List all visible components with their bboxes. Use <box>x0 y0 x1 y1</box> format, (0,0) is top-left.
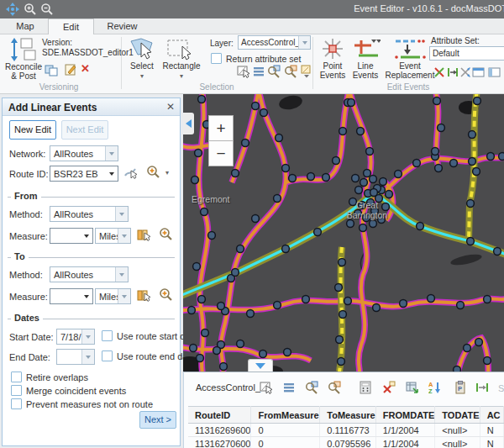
chevron-down-icon <box>81 329 94 344</box>
layer-label: Layer: <box>210 39 234 48</box>
split-event-icon[interactable] <box>433 66 445 78</box>
cell: <null> <box>435 424 480 437</box>
start-date-label: Start Date: <box>9 332 54 342</box>
ribbon-tabstrip: Map Edit Review <box>0 18 504 34</box>
retire-overlaps-label: Retire overlaps <box>26 372 88 382</box>
table-pan-to-selection-icon[interactable] <box>328 381 341 394</box>
cell: 1/1/2004 <box>375 424 435 437</box>
attribute-table-panel: AccessControl_A AZ P S <box>183 372 504 448</box>
zoom-in-icon[interactable] <box>24 3 37 16</box>
cell: N <box>480 437 503 448</box>
new-edit-button[interactable]: New Edit <box>9 120 56 140</box>
paste-icon[interactable]: P <box>454 381 467 394</box>
events-window-icon[interactable] <box>488 66 501 78</box>
merge-coincident-events-checkbox[interactable] <box>11 385 22 396</box>
retire-overlaps-checkbox[interactable] <box>11 372 22 382</box>
delete-version-icon[interactable]: ✕ <box>81 62 90 75</box>
col-routeid[interactable]: RouteID <box>188 407 251 424</box>
chevron-down-icon[interactable]: ▾ <box>163 169 171 177</box>
map-zoom-out-button[interactable]: − <box>208 140 234 166</box>
attribute-set-select[interactable]: Default <box>429 46 504 61</box>
from-unit-select[interactable]: Miles <box>95 228 131 244</box>
route-id-select[interactable]: BSR23 EB <box>50 166 118 182</box>
to-measure-on-map-icon[interactable] <box>137 288 151 303</box>
zoom-out-icon[interactable] <box>40 3 54 16</box>
window-title: Event Editor - v10.6.1 - docMassDOT <box>354 3 504 13</box>
pan-icon[interactable] <box>6 3 19 16</box>
return-attribute-set-checkbox[interactable] <box>211 53 222 64</box>
table-select-by-shape-icon[interactable] <box>260 381 273 394</box>
col-fromdate[interactable]: FROMDATE <box>375 407 435 424</box>
select-by-shape-icon[interactable] <box>237 65 250 78</box>
cell: 0 <box>251 424 320 437</box>
from-method-select[interactable]: AllRoutes <box>50 206 129 222</box>
col-tomeasure[interactable]: ToMeasure <box>320 407 376 424</box>
merge-event-icon[interactable] <box>459 66 471 78</box>
table-layer-name: AccessControl_A <box>196 382 266 393</box>
table-row[interactable]: 11316270600 0 0.0795596 1/1/2004 <null> … <box>188 437 504 448</box>
chevron-down-icon <box>80 289 92 303</box>
end-date-input[interactable] <box>56 349 95 365</box>
col-frommeasure[interactable]: FromMeasure <box>251 407 320 424</box>
save-button[interactable]: S <box>498 383 504 393</box>
from-measure-on-map-icon[interactable] <box>137 228 151 242</box>
table-show-selected-icon[interactable] <box>282 381 296 394</box>
export-table-icon[interactable] <box>406 381 419 394</box>
measure-range-icon[interactable] <box>475 381 489 394</box>
map-zoom-control: + − <box>208 115 234 166</box>
select-route-on-map-icon[interactable] <box>123 166 138 180</box>
versions-icon[interactable] <box>45 63 58 76</box>
svg-text:Z: Z <box>428 387 433 394</box>
col-todate[interactable]: TODATE <box>435 407 480 424</box>
group-divider <box>312 37 313 89</box>
field-calculator-icon[interactable] <box>359 381 372 394</box>
tab-map[interactable]: Map <box>7 18 44 34</box>
extend-event-icon[interactable] <box>447 66 459 78</box>
map-viewport[interactable]: + − Egremont Great Barrington <box>183 94 504 372</box>
event-editor-window: Event Editor - v10.6.1 - docMassDOT Map … <box>0 0 504 448</box>
to-fieldset-line <box>8 257 175 258</box>
selection-list-icon[interactable] <box>252 65 265 78</box>
collapse-panel-tab[interactable] <box>183 113 194 134</box>
chevron-down-icon <box>81 350 94 364</box>
line-events-icon <box>352 38 381 60</box>
selection-more-icon[interactable] <box>300 65 313 78</box>
selection-group-label: Selection <box>175 82 259 92</box>
to-unit-select[interactable]: Miles <box>95 288 131 304</box>
to-method-select[interactable]: AllRoutes <box>50 266 129 282</box>
reconcile-post-icon <box>10 38 39 61</box>
return-attribute-set-label: Return attribute set <box>226 54 301 64</box>
ribbon: Reconcile & Post Version: SDE.MASSDOT_ed… <box>0 34 504 94</box>
delete-selected-icon[interactable] <box>382 381 396 394</box>
close-icon[interactable]: ✕ <box>166 101 175 113</box>
table-zoom-to-selection-icon[interactable] <box>305 381 318 394</box>
map-zoom-in-button[interactable]: + <box>208 115 234 141</box>
next-edit-button[interactable]: Next Edit <box>61 120 108 140</box>
table-row[interactable]: 11316269600 0 0.1116773 1/1/2004 <null> … <box>188 424 504 437</box>
layer-select[interactable]: AccessControl_A <box>238 35 311 50</box>
col-accesscontrol[interactable]: AC <box>480 407 503 424</box>
from-measure-input[interactable] <box>50 228 93 244</box>
zoom-to-selection-icon[interactable] <box>267 65 281 78</box>
tab-review[interactable]: Review <box>99 18 145 34</box>
event-attributes-panel-icon[interactable] <box>472 66 485 78</box>
network-label: Network: <box>9 149 45 159</box>
network-select[interactable]: AllRoutes <box>50 145 118 161</box>
sort-icon[interactable]: AZ <box>428 381 442 394</box>
title-bar: Event Editor - v10.6.1 - docMassDOT <box>0 0 504 18</box>
tab-edit[interactable]: Edit <box>48 18 94 34</box>
edit-version-icon[interactable] <box>64 63 77 76</box>
route-zoom-icon[interactable] <box>146 165 160 179</box>
prevent-measures-checkbox[interactable] <box>11 398 22 409</box>
pan-to-selection-icon[interactable] <box>284 65 297 78</box>
to-measure-input[interactable] <box>50 288 93 304</box>
chevron-down-icon <box>118 229 130 243</box>
chevron-down-icon <box>115 267 128 282</box>
collapse-table-tab[interactable] <box>248 359 273 372</box>
use-route-end-date-checkbox[interactable] <box>102 350 113 361</box>
to-zoom-icon[interactable] <box>159 287 173 302</box>
from-zoom-icon[interactable] <box>159 227 173 241</box>
start-date-input[interactable]: 7/18/ <box>56 329 95 345</box>
next-button[interactable]: Next > <box>139 411 176 429</box>
use-route-start-date-checkbox[interactable] <box>102 330 113 341</box>
